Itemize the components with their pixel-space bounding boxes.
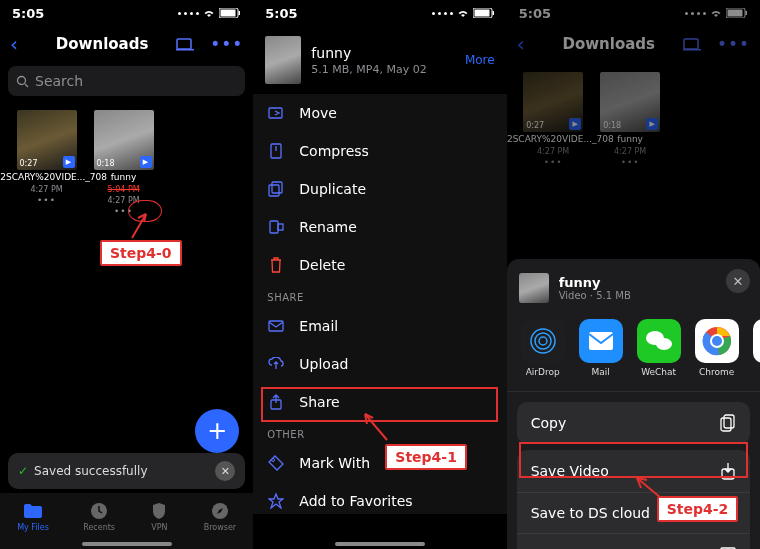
menu-rename[interactable]: Rename [253,208,506,246]
tab-vpn[interactable]: VPN [149,502,169,532]
device-icon[interactable] [176,38,194,51]
svg-rect-17 [278,224,283,230]
file-title: funny [311,45,426,61]
trash-icon [267,256,285,274]
svg-line-6 [25,84,28,87]
add-button[interactable]: + [195,409,239,453]
file-item[interactable]: 0:18▶ funny 4:27 PM ••• [598,72,663,167]
search-placeholder: Search [35,73,83,89]
clock-icon [89,502,109,520]
section-header: SHARE [253,284,506,307]
file-menu-icon[interactable]: ••• [544,157,563,167]
chrome-icon [695,319,739,363]
airdrop-icon [521,319,565,363]
menu-favorites[interactable]: Add to Favorites [253,482,506,520]
play-icon: ▶ [646,118,658,130]
duration-label: 0:18 [97,159,115,168]
battery-icon [473,8,495,18]
file-menu-icon[interactable]: ••• [621,157,640,167]
toast: ✓ Saved successfully ✕ [8,453,245,489]
device-icon[interactable] [683,38,701,51]
file-item[interactable]: 0:27 ▶ %22SCARY%20VIDE..._708 4:27 PM ••… [14,110,79,216]
more-icon[interactable]: ••• [210,34,243,54]
menu-upload[interactable]: Upload [253,345,506,383]
svg-point-5 [18,76,26,84]
tab-browser[interactable]: Browser [204,502,236,532]
file-name: funny [111,173,137,183]
rename-icon [267,218,285,236]
navbar: ‹ Downloads ••• [507,26,760,62]
search-bar[interactable]: Search [8,66,245,96]
share-mail[interactable]: Mail [579,319,623,377]
file-subtitle: 5.1 MB, MP4, May 02 [311,63,426,76]
menu-email[interactable]: Email [253,307,506,345]
play-icon: ▶ [569,118,581,130]
home-indicator[interactable] [82,542,172,546]
menu-mark-with[interactable]: Mark With [253,444,506,482]
svg-rect-22 [727,10,742,17]
close-icon[interactable]: ✕ [215,461,235,481]
svg-rect-24 [684,39,698,49]
step-label: Step4-0 [100,240,182,266]
share-airdrop[interactable]: AirDrop [521,319,565,377]
file-time: 5:04 PM [107,185,139,194]
share-wechat[interactable]: WeChat [637,319,681,377]
file-item[interactable]: 0:27▶ %22SCARY%20VIDE..._708 4:27 PM ••• [521,72,586,167]
menu-compress[interactable]: Compress [253,132,506,170]
more-link[interactable]: More [465,53,495,67]
move-icon [267,104,285,122]
battery-icon [219,8,241,18]
svg-point-20 [272,459,275,462]
svg-rect-23 [745,11,747,15]
file-grid: 0:27 ▶ %22SCARY%20VIDE..._708 4:27 PM ••… [0,100,253,226]
svg-rect-15 [272,182,282,193]
menu-move[interactable]: Move [253,94,506,132]
sheet-header: funny Video · 5.1 MB [507,269,760,313]
file-time: 4:27 PM [30,185,62,194]
status-time: 5:05 [519,6,551,21]
svg-rect-35 [721,418,731,431]
wifi-icon [709,8,723,18]
svg-rect-10 [474,10,489,17]
navbar: ‹ Downloads ••• [0,26,253,62]
phone-context-menu: 5:05 funny 5.1 MB, MP4, May 02 More Move… [253,0,506,549]
back-icon[interactable]: ‹ [517,32,525,56]
tag-icon [267,454,285,472]
menu-delete[interactable]: Delete [253,246,506,284]
tab-myfiles[interactable]: My Files [17,502,49,532]
file-title: funny [559,275,631,290]
thumbnail: 0:27 ▶ [17,110,77,170]
phone-share-sheet: 5:05 ‹ Downloads ••• 0:27▶ %22SCARY%20VI… [507,0,760,549]
back-icon[interactable]: ‹ [10,32,18,56]
status-indicators [178,8,241,18]
home-indicator[interactable] [335,542,425,546]
svg-rect-3 [177,39,191,49]
share-chrome[interactable]: Chrome [695,319,739,377]
play-icon: ▶ [140,156,152,168]
sheet-header: funny 5.1 MB, MP4, May 02 More [253,26,506,94]
duration-label: 0:27 [20,159,38,168]
status-bar: 5:05 [507,0,760,26]
file-menu-icon[interactable]: ••• [37,195,56,205]
menu-duplicate[interactable]: Duplicate [253,170,506,208]
status-time: 5:05 [12,6,44,21]
step-label: Step4-2 [657,496,739,522]
svg-point-31 [656,338,672,350]
share-more[interactable] [753,319,760,377]
file-grid: 0:27▶ %22SCARY%20VIDE..._708 4:27 PM •••… [507,62,760,177]
action-copy[interactable]: Copy [517,402,750,444]
check-icon: ✓ [18,464,28,478]
action-save-ds[interactable]: Save to DS [517,533,750,549]
close-icon[interactable]: ✕ [726,269,750,293]
more-icon[interactable]: ••• [717,34,750,54]
page-title: Downloads [535,35,683,53]
svg-rect-18 [269,321,283,331]
share-apps: AirDrop Mail WeChat Chrome [507,313,760,392]
tab-recents[interactable]: Recents [83,502,115,532]
app-icon [753,319,760,363]
duplicate-icon [267,180,285,198]
thumbnail: 0:18 ▶ [94,110,154,170]
status-indicators [685,8,748,18]
annotation-arrow [126,210,150,244]
thumbnail [519,273,549,303]
